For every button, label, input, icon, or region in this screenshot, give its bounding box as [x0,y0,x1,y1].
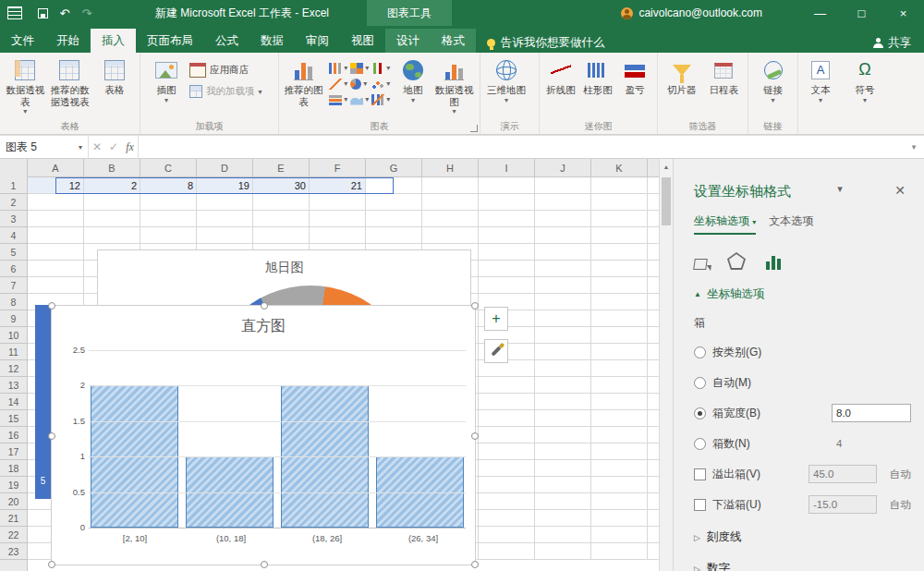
option-by-category[interactable]: 按类别(G) [694,343,911,361]
cell-K16[interactable] [591,427,648,443]
radio-icon[interactable] [694,438,706,450]
cell-J4[interactable] [535,227,591,244]
cell-E1[interactable]: 30 [253,177,310,194]
cell-K5[interactable] [591,244,648,261]
cell-D2[interactable] [197,194,253,211]
row-header-19[interactable]: 19 [0,477,27,493]
row-header-23[interactable]: 23 [0,543,27,560]
scrollbar-thumb[interactable] [662,177,671,225]
cell-J3[interactable] [535,211,591,227]
row-header-1[interactable]: 1 [0,177,27,194]
cell-J20[interactable] [535,493,591,510]
checkbox-icon[interactable] [694,468,706,480]
cell-K10[interactable] [591,327,648,344]
row-header-15[interactable]: 15 [0,410,27,427]
slicer-button[interactable]: 切片器 [661,55,703,96]
tab-insert[interactable]: 插入 [91,29,136,53]
insert-combo-chart-button[interactable]: ▾ [371,92,391,106]
cell-K11[interactable] [591,344,648,360]
section-axis-options[interactable]: ▲ 坐标轴选项 [694,286,911,302]
fill-line-icon[interactable] [693,259,708,270]
cell-B3[interactable] [84,211,140,227]
cell-G2[interactable] [366,194,422,211]
cell-K20[interactable] [591,493,648,510]
option-underflow-bin[interactable]: 下溢箱(U) -15.0 自动 [694,495,911,514]
cell-J8[interactable] [535,294,591,310]
cell-A7[interactable] [28,277,84,294]
row-header-20[interactable]: 20 [0,493,27,510]
cell-D3[interactable] [197,211,253,227]
column-header-I[interactable]: I [479,159,535,176]
insert-bar-chart-button[interactable]: ▾ [329,92,348,106]
maximize-button[interactable]: □ [841,0,882,26]
histogram-chart[interactable]: 直方图 00.511.522.5 [2, 10](10, 18](18, 26]… [51,305,476,565]
cell-J18[interactable] [535,460,591,477]
selection-handle[interactable] [471,432,479,440]
column-header-B[interactable]: B [84,159,140,176]
cell-I21[interactable] [479,510,535,527]
row-header-18[interactable]: 18 [0,460,27,477]
cell-C1[interactable]: 8 [140,177,197,194]
column-header-G[interactable]: G [366,159,422,176]
chart-elements-button[interactable]: + [484,307,508,331]
section-tick-marks[interactable]: ▷ 刻度线 [694,529,911,545]
cell-D4[interactable] [197,227,253,244]
option-overflow-bin[interactable]: 溢出箱(V) 45.0 自动 [694,465,911,483]
cell-J5[interactable] [535,244,591,261]
selection-handle[interactable] [48,561,55,568]
cell-K18[interactable] [591,460,648,477]
cell-L13[interactable] [648,377,659,394]
expand-formula-bar-icon[interactable]: ▾ [904,136,924,158]
insert-column-chart-button[interactable]: ▾ [329,61,348,75]
cell-F3[interactable] [310,211,366,227]
cell-L11[interactable] [648,344,659,360]
cell-F1[interactable]: 21 [310,177,366,194]
my-addins-button[interactable]: 我的加载项 ▾ [189,82,262,101]
cell-G4[interactable] [366,227,422,244]
selection-handle[interactable] [48,432,55,440]
cell-L12[interactable] [648,360,659,377]
scroll-up-icon[interactable]: ▲ [660,159,673,174]
row-header-13[interactable]: 13 [0,377,27,394]
cell-J23[interactable] [535,543,591,560]
bin-width-input[interactable]: 8.0 [832,404,911,422]
column-header-F[interactable]: F [310,159,366,176]
cell-E4[interactable] [253,227,310,244]
option-automatic[interactable]: 自动(M) [694,373,911,392]
cell-F2[interactable] [310,194,366,211]
cell-J6[interactable] [535,261,591,277]
cell-J13[interactable] [535,377,591,394]
cell-J7[interactable] [535,277,591,294]
redo-button[interactable]: ↷ [76,0,98,26]
table-button[interactable]: 表格 [92,55,137,96]
tab-text-options[interactable]: 文本选项 [769,213,813,235]
cell-L2[interactable] [648,194,659,211]
row-header-8[interactable]: 8 [0,294,27,310]
row-header-6[interactable]: 6 [0,261,27,277]
column-header-H[interactable]: H [422,159,479,176]
sparkline-column-button[interactable]: 柱形图 [579,55,616,96]
row-header-10[interactable]: 10 [0,327,27,344]
store-button[interactable]: 应用商店 [189,61,262,79]
cell-J11[interactable] [535,344,591,360]
tab-design[interactable]: 设计 [385,29,431,53]
cell-F4[interactable] [310,227,366,244]
column-header-K[interactable]: K [591,159,648,176]
cell-K14[interactable] [591,394,648,410]
row-header-21[interactable]: 21 [0,510,27,527]
cell-A2[interactable] [28,194,84,211]
sparkline-winloss-button[interactable]: 盈亏 [616,55,653,96]
size-properties-icon[interactable] [766,256,781,270]
cell-L4[interactable] [648,227,659,244]
radio-icon[interactable] [694,346,706,358]
cell-H2[interactable] [422,194,479,211]
cell-J9[interactable] [535,310,591,327]
recommended-pivottables-button[interactable]: 推荐的数据透视表 [47,55,91,107]
cell-J1[interactable] [535,177,591,194]
cell-H3[interactable] [422,211,479,227]
share-button[interactable]: 共享 [860,29,924,53]
cell-I13[interactable] [479,377,535,394]
effects-icon[interactable] [727,252,746,270]
row-header-4[interactable]: 4 [0,227,27,244]
cell-I7[interactable] [479,277,535,294]
